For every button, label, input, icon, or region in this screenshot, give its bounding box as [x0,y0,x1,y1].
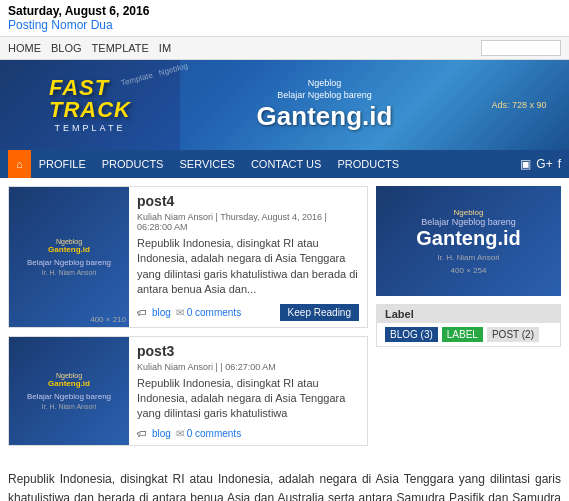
fast-track-logo: FASTTRACK [49,77,131,121]
post4-comments-link[interactable]: 0 comments [187,307,241,318]
post3-title: post3 [137,343,359,359]
nav-search-input[interactable] [481,40,561,56]
nav-home[interactable]: HOME [8,42,41,54]
main-nav-services[interactable]: SERVICES [171,150,242,178]
main-nav-home[interactable]: ⌂ [8,150,31,178]
post4-comments: ✉ 0 comments [176,307,241,318]
sidebar-ad-size: 400 × 254 [451,266,487,275]
main-nav-profile[interactable]: PROFILE [31,150,94,178]
main-content: Ngeblog Ganteng.id Belajar Ngeblog baren… [8,186,368,454]
template-label: TEMPLATE [55,123,126,133]
badge-blog[interactable]: BLOG (3) [385,327,438,342]
sidebar-author: Ir. H. Niam Ansori [437,253,499,262]
content-area: Ngeblog Ganteng.id Belajar Ngeblog baren… [0,178,569,462]
ganteng-title: Ganteng.id [257,101,393,132]
post4-meta: Kuliah Niam Ansori | Thursday, August 4,… [137,212,359,232]
social-icon-facebook[interactable]: f [558,157,561,171]
post4-body: post4 Kuliah Niam Ansori | Thursday, Aug… [129,187,367,327]
home-icon: ⌂ [16,158,23,170]
sidebar-ganteng-box: Ngeblog Belajar Ngeblog bareng Ganteng.i… [376,186,561,296]
main-nav-contact[interactable]: CONTACT US [243,150,330,178]
tag-icon-3: 🏷 [137,428,147,439]
badge-post[interactable]: POST (2) [487,327,539,342]
social-icon-rss[interactable]: ▣ [520,157,531,171]
post3-thumb-subtitle: Ngeblog Ganteng.id Belajar Ngeblog baren… [27,372,111,410]
hero-banner: FASTTRACK TEMPLATE Template Ngeblog Ngeb… [0,60,569,150]
sidebar: Ngeblog Belajar Ngeblog bareng Ganteng.i… [376,186,561,454]
sidebar-label-header: Label [377,305,560,323]
post4-footer: 🏷 blog ✉ 0 comments Keep Reading [137,304,359,321]
body-paragraph-1: Republik Indonesia, disingkat RI atau In… [8,470,561,501]
main-nav-products1[interactable]: PRODUCTS [94,150,172,178]
nav-blog[interactable]: BLOG [51,42,82,54]
main-nav: ⌂ PROFILE PRODUCTS SERVICES CONTACT US P… [0,150,569,178]
posting-label[interactable]: Posting Nomor Dua [8,18,561,32]
top-bar: Saturday, August 6, 2016 Posting Nomor D… [0,0,569,36]
post4-tag-blog[interactable]: blog [152,307,171,318]
hero-center-top: Ngeblog Belajar Ngeblog bareng [277,78,372,101]
sidebar-label-box: Label BLOG (3) LABEL POST (2) [376,304,561,347]
hero-center: Ngeblog Belajar Ngeblog bareng Ganteng.i… [180,78,469,132]
post3-body: post3 Kuliah Niam Ansori | | 06:27:00 AM… [129,337,367,445]
sidebar-label-content: BLOG (3) LABEL POST (2) [377,323,560,346]
post3-excerpt: Republik Indonesia, disingkat RI atau In… [137,376,359,422]
post3-thumbnail: Ngeblog Ganteng.id Belajar Ngeblog baren… [9,337,129,445]
body-text-area: Republik Indonesia, disingkat RI atau In… [0,462,569,501]
post3-tag-blog[interactable]: blog [152,428,171,439]
tag-icon: 🏷 [137,307,147,318]
nav-template[interactable]: TEMPLATE [92,42,149,54]
post3-comments-link[interactable]: 0 comments [187,428,241,439]
post4-thumb-size: 400 × 210 [90,315,126,324]
post3-tags: 🏷 blog ✉ 0 comments [137,428,241,439]
post3-meta: Kuliah Niam Ansori | | 06:27:00 AM [137,362,359,372]
sidebar-ngeblog: Ngeblog [454,208,484,217]
badge-label[interactable]: LABEL [442,327,483,342]
post4-keep-reading[interactable]: Keep Reading [280,304,359,321]
nav-im[interactable]: IM [159,42,171,54]
post-card-3: Ngeblog Ganteng.id Belajar Ngeblog baren… [8,336,368,446]
post4-thumb-subtitle: Ngeblog Ganteng.id Belajar Ngeblog baren… [27,238,111,276]
hero-right: Ads: 728 x 90 [469,100,569,110]
post4-tags: 🏷 blog ✉ 0 comments [137,307,241,318]
post3-comments: ✉ 0 comments [176,428,241,439]
post-card-4: Ngeblog Ganteng.id Belajar Ngeblog baren… [8,186,368,328]
social-icon-gplus[interactable]: G+ [536,157,552,171]
nav-bar: HOME BLOG TEMPLATE IM [0,36,569,60]
date-label: Saturday, August 6, 2016 [8,4,561,18]
main-nav-products2[interactable]: PRODUCTS [329,150,407,178]
main-nav-icons: ▣ G+ f [520,157,561,171]
hero-ad-label: Ads: 728 x 90 [491,100,546,110]
post4-excerpt: Republik Indonesia, disingkat RI atau In… [137,236,359,298]
post3-footer: 🏷 blog ✉ 0 comments [137,428,359,439]
sidebar-belajar: Belajar Ngeblog bareng [421,217,516,227]
post4-thumbnail: Ngeblog Ganteng.id Belajar Ngeblog baren… [9,187,129,327]
sidebar-ganteng-title: Ganteng.id [416,227,520,250]
post4-title: post4 [137,193,359,209]
